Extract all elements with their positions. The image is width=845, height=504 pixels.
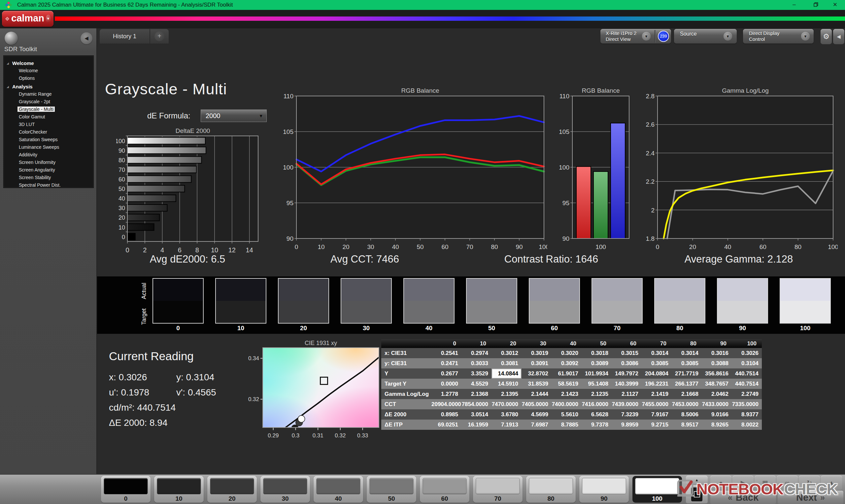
table-cell[interactable]: 0.3033 [461,358,492,368]
table-cell[interactable]: 2.0462 [702,389,732,399]
toolbar-button-play[interactable]: ▶ [733,475,754,490]
table-cell[interactable]: 0.3088 [702,358,732,368]
table-cell[interactable]: 2.1395 [492,389,522,399]
sidebar-collapse-button[interactable]: ◀ [81,32,92,44]
table-cell[interactable]: 0.3014 [642,348,672,358]
table-cell[interactable]: 0.2974 [461,348,492,358]
table-cell[interactable]: 2.1419 [642,389,672,399]
sidebar-item-additivity[interactable]: Additivity [4,151,93,159]
table-cell[interactable]: 0.3014 [672,348,702,358]
sidebar-item-spectral-power-dist[interactable]: Spectral Power Dist. [4,181,93,188]
table-cell[interactable]: 0.3012 [492,348,522,358]
table-cell[interactable]: 204.0804 [642,368,672,379]
patch-button-60[interactable]: 60 [420,476,469,503]
patch-button-10[interactable]: 10 [154,476,204,503]
table-cell[interactable]: 9.0166 [702,409,732,419]
sidebar-item-options[interactable]: Options [4,74,93,82]
table-cell[interactable]: 0.3085 [672,358,702,368]
table-cell[interactable]: 7455.0000 [642,399,672,409]
tree-group-analysis[interactable]: ◢Analysis [4,82,93,90]
table-cell[interactable]: 348.7657 [702,379,732,389]
toolbar-button-chart[interactable]: ▦ [755,475,776,490]
display-control-dropdown[interactable]: Direct Display Control ▼ [743,29,814,43]
table-cell[interactable]: 2.1127 [612,389,642,399]
table-cell[interactable]: 16.1959 [461,419,492,430]
toolbar-button-record[interactable]: ● [710,475,732,490]
table-cell[interactable]: 3.6780 [492,409,522,419]
table-cell[interactable]: 8.0022 [732,419,762,430]
patch-button-0[interactable]: 0 [101,476,151,503]
toolbar-button-capture[interactable]: ▲ [821,475,842,490]
patch-button-20[interactable]: 20 [207,476,257,503]
table-cell[interactable]: 6.5628 [582,409,612,419]
patch-button-70[interactable]: 70 [473,476,523,503]
table-cell[interactable]: 3.0514 [461,409,492,419]
meter-dropdown[interactable]: X-Rite i1Pro 2Direct View ▼ 239 [600,29,671,43]
table-cell[interactable]: 0.3081 [492,358,522,368]
restore-button[interactable] [809,0,823,10]
chevron-down-icon[interactable]: ▼ [723,32,732,40]
sidebar-item-grayscale-multi[interactable]: Grayscale - Multi [4,106,93,113]
table-cell[interactable]: 7439.0000 [612,399,642,409]
table-cell[interactable]: 7433.0000 [702,399,732,409]
sidebar-item-dynamic-range[interactable]: Dynamic Range [4,90,93,98]
sidebar-item-welcome[interactable]: Welcome [4,67,93,74]
table-cell[interactable]: 8.9377 [732,409,762,419]
table-cell[interactable]: 0.2471 [432,358,461,368]
table-cell[interactable]: 196.2231 [642,379,672,389]
table-cell[interactable]: 69.0251 [432,419,461,430]
sidebar-item-colorchecker[interactable]: ColorChecker [4,128,93,136]
sidebar-sphere-button[interactable] [5,32,18,45]
table-cell[interactable]: 31.8539 [522,379,551,389]
table-cell[interactable]: 140.3999 [612,379,642,389]
table-cell[interactable]: 7416.0000 [582,399,612,409]
table-cell[interactable]: 61.9017 [551,368,582,379]
table-cell[interactable]: 0.3092 [551,358,582,368]
table-cell[interactable]: 4.5529 [461,379,492,389]
table-cell[interactable]: 3.3529 [461,368,492,379]
table-cell[interactable]: 58.5619 [551,379,582,389]
table-cell[interactable]: 2.2749 [732,389,762,399]
table-cell[interactable]: 0.2541 [432,348,461,358]
sidebar-item-screen-stability[interactable]: Screen Stability [4,174,93,181]
table-cell[interactable]: 0.3085 [642,358,672,368]
close-button[interactable]: × [828,0,842,10]
settings-button[interactable]: ⚙ [821,29,832,44]
sidebar-item-saturation-sweeps[interactable]: Saturation Sweeps [4,136,93,143]
table-cell[interactable]: 8.5006 [672,409,702,419]
sidebar-item-color-gamut[interactable]: Color Gamut [4,113,93,121]
table-cell[interactable]: 7.6987 [522,419,551,430]
table-cell[interactable]: 7470.0000 [492,399,522,409]
table-cell[interactable]: 0.0000 [432,379,461,389]
patch-button-100[interactable]: 100 [632,476,682,503]
add-tab-button[interactable]: + [150,29,169,43]
table-cell[interactable]: 0.3019 [522,348,551,358]
patch-window-button[interactable] [686,485,708,503]
chevron-down-icon[interactable]: ▼ [801,32,810,40]
table-cell[interactable]: 5.5610 [551,409,582,419]
table-cell[interactable]: 0.3089 [582,358,612,368]
panel-collapse-button[interactable]: ◀ [833,29,844,44]
sidebar-item-screen-uniformity[interactable]: Screen Uniformity [4,159,93,166]
table-cell[interactable]: 9.7378 [582,419,612,430]
table-cell-selected[interactable]: 14.0844 [492,368,522,379]
table-cell[interactable]: 8.7885 [551,419,582,430]
calman-dropdown-icon[interactable]: ▼ [46,15,51,23]
table-cell[interactable]: 266.1377 [672,379,702,389]
patch-button-30[interactable]: 30 [261,476,310,503]
table-cell[interactable]: 7453.0000 [672,399,702,409]
table-cell[interactable]: 271.7719 [672,368,702,379]
table-cell[interactable]: 0.2677 [432,368,461,379]
table-cell[interactable]: 440.7514 [732,379,762,389]
table-cell[interactable]: 440.7514 [732,368,762,379]
spin-up-button[interactable]: ▲ [686,475,708,484]
table-cell[interactable]: 101.9934 [582,368,612,379]
toolbar-button-loop[interactable]: ∞ [777,475,798,490]
table-cell[interactable]: 7.9167 [642,409,672,419]
table-cell[interactable]: 7405.0000 [522,399,551,409]
patch-button-40[interactable]: 40 [314,476,363,503]
de-formula-select[interactable]: 2000 ▼ [201,109,267,122]
table-cell[interactable]: 2.1668 [672,389,702,399]
back-button[interactable]: « Back [710,491,776,504]
table-cell[interactable]: 0.8985 [432,409,461,419]
